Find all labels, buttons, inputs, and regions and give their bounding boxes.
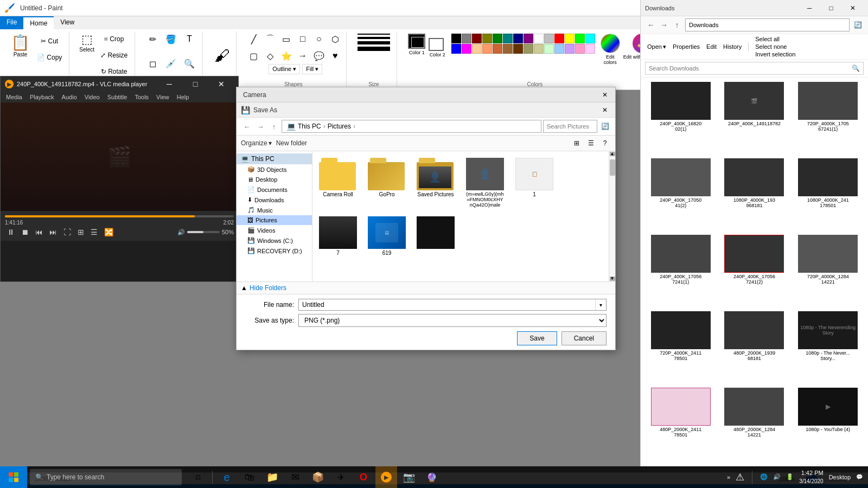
taskbar-task-view[interactable]: ⊡ (187, 466, 209, 488)
color-swatch[interactable] (524, 44, 533, 54)
color-swatch[interactable] (585, 44, 595, 54)
size-3[interactable] (358, 41, 390, 44)
taskbar-notification-btn[interactable]: 💬 (856, 474, 863, 480)
saveas-dialog-close[interactable]: ✕ (599, 104, 611, 116)
sidebar-3d-objects[interactable]: 📦 3D Objects (237, 164, 312, 175)
taskbar-chevron-btn[interactable]: » (727, 474, 730, 480)
file-long-name[interactable]: 👤 (m=ewlLG0y)(mh=FMNOM0cXHYnQa42O)male (463, 156, 507, 210)
dl-item-10[interactable]: 720P_4000K_241178501 (645, 311, 717, 386)
taskbar-store-btn[interactable]: 🛍 (239, 466, 260, 488)
vlc-next-btn[interactable]: ⏭ (47, 227, 59, 237)
taskbar-camera-btn[interactable]: 📷 (398, 466, 420, 488)
dl-up-btn[interactable]: ↑ (671, 19, 683, 31)
view-details-btn[interactable]: ☰ (585, 137, 597, 149)
color-swatch[interactable] (544, 34, 554, 43)
vlc-menu-media[interactable]: Media (3, 93, 25, 101)
dl-item-9[interactable]: 720P_4000K_128414221 (792, 235, 864, 309)
color-swatch[interactable] (503, 44, 513, 54)
taskbar-edge-btn[interactable]: e (216, 466, 238, 488)
size-4[interactable] (358, 47, 390, 51)
color-swatch[interactable] (554, 44, 564, 54)
open-btn[interactable]: Open ▾ (645, 42, 668, 52)
downloads-close[interactable]: ✕ (842, 0, 864, 16)
ribbon-tab-view[interactable]: View (54, 16, 81, 29)
vlc-menu-view[interactable]: View (153, 93, 173, 101)
outline-dropdown[interactable]: Outline ▾ (269, 64, 300, 74)
dl-back-btn[interactable]: ← (645, 19, 657, 31)
taskbar-battery-icon[interactable]: 🔋 (786, 473, 794, 480)
vlc-seekbar[interactable] (5, 215, 234, 217)
view-tiles-btn[interactable]: ⊞ (571, 137, 583, 149)
vlc-playlist-btn[interactable]: ☰ (88, 227, 100, 237)
sidebar-this-pc[interactable]: 💻 This PC (237, 153, 312, 164)
sidebar-documents[interactable]: 📄 Documents (237, 184, 312, 195)
taskbar-mail-btn[interactable]: ✉ (284, 466, 306, 488)
addr-path-bar[interactable]: 💻 This PC › Pictures › (282, 120, 541, 133)
addr-forward-btn[interactable]: → (254, 120, 266, 132)
color-swatch[interactable] (462, 44, 471, 54)
vlc-menu-subtitle[interactable]: Subtitle (104, 93, 131, 101)
new-folder-btn[interactable]: New folder (276, 139, 307, 147)
color-swatch[interactable] (575, 44, 585, 54)
color-swatch[interactable] (565, 34, 575, 43)
rect2-tool[interactable]: □ (294, 31, 311, 47)
brushes-btn[interactable]: 🖌 (214, 47, 229, 65)
arrow-tool[interactable]: → (294, 48, 311, 63)
color-swatch[interactable] (462, 34, 471, 43)
file-thumb-1[interactable]: 📋 1 (513, 156, 556, 210)
color1-swatch[interactable]: Color 1 (408, 34, 425, 49)
picker-btn[interactable]: 💉 (162, 56, 180, 71)
dl-item-4[interactable]: 240P_400K_1705041(2) (645, 158, 717, 233)
taskbar-warning-icon[interactable]: ⚠ (736, 471, 744, 483)
fill-btn[interactable]: 🪣 (162, 31, 180, 47)
cut-btn[interactable]: ✂ Cut (34, 34, 65, 49)
history-btn[interactable]: History (721, 42, 744, 51)
color-swatch[interactable] (513, 34, 523, 43)
save-btn[interactable]: Save (517, 331, 557, 345)
vlc-maximize-btn[interactable]: □ (183, 76, 208, 92)
taskbar-network-icon[interactable]: 🌐 (760, 473, 768, 480)
vlc-ext-btn[interactable]: ⊞ (75, 227, 86, 237)
vlc-prev-btn[interactable]: ⏮ (33, 227, 45, 237)
dl-item-14[interactable]: 480P_2000K_128414221 (719, 388, 790, 462)
color-swatch[interactable] (503, 34, 513, 43)
color-swatch[interactable] (544, 44, 554, 54)
color-swatch[interactable] (482, 34, 492, 43)
select-none-btn[interactable]: Select none (753, 43, 797, 50)
vlc-menu-help[interactable]: Help (174, 93, 193, 101)
sidebar-downloads[interactable]: ⬇ Downloads (237, 195, 312, 205)
pencil-btn[interactable]: ✏ (144, 31, 161, 47)
downloads-search-input[interactable] (646, 65, 848, 72)
downloads-maximize[interactable]: □ (820, 0, 842, 16)
sidebar-windows-c[interactable]: 💾 Windows (C:) (237, 235, 312, 246)
organize-dropdown-btn[interactable]: Organize ▾ (241, 139, 272, 147)
ribbon-tab-file[interactable]: File (0, 16, 23, 29)
dl-item-3[interactable]: 720P_4000K_170567241(1) (792, 82, 864, 156)
select-btn[interactable]: ⬚ Select (78, 31, 95, 79)
dl-address-bar[interactable]: Downloads (685, 18, 850, 31)
vlc-minimize-btn[interactable]: ─ (157, 76, 182, 92)
select-all-btn[interactable]: Select all (753, 35, 797, 43)
color-swatch[interactable] (472, 44, 482, 54)
vlc-close-btn[interactable]: ✕ (209, 76, 234, 92)
vlc-menu-audio[interactable]: Audio (59, 93, 80, 101)
color-swatch[interactable] (585, 34, 595, 43)
properties-btn[interactable]: Properties (671, 42, 702, 51)
crop-btn[interactable]: ⌗ Crop (98, 31, 130, 47)
file-camera-roll[interactable]: Camera Roll (317, 156, 359, 210)
sidebar-videos[interactable]: 🎬 Videos (237, 225, 312, 235)
color-swatch[interactable] (451, 44, 461, 54)
dl-item-2[interactable]: 🎬 240P_400K_149118782 (719, 82, 790, 156)
vlc-volume-bar[interactable] (187, 231, 220, 233)
line-tool[interactable]: ╱ (245, 31, 263, 47)
edit-colors-btn[interactable]: Editcolors (601, 34, 620, 65)
sidebar-pictures[interactable]: 🖼 Pictures (237, 215, 312, 225)
dl-item-13[interactable]: 480P_2000K_241178501 (645, 388, 717, 462)
hide-folders-btn[interactable]: Hide Folders (250, 284, 286, 292)
color2-swatch[interactable]: Color 2 (429, 38, 444, 51)
color-swatch[interactable] (534, 44, 544, 54)
dl-item-7[interactable]: 240P_400K_170567241(1) (645, 235, 717, 309)
size-1[interactable] (358, 34, 390, 35)
taskbar-app9-btn[interactable]: 🔮 (421, 466, 443, 488)
color-swatch[interactable] (534, 34, 544, 43)
